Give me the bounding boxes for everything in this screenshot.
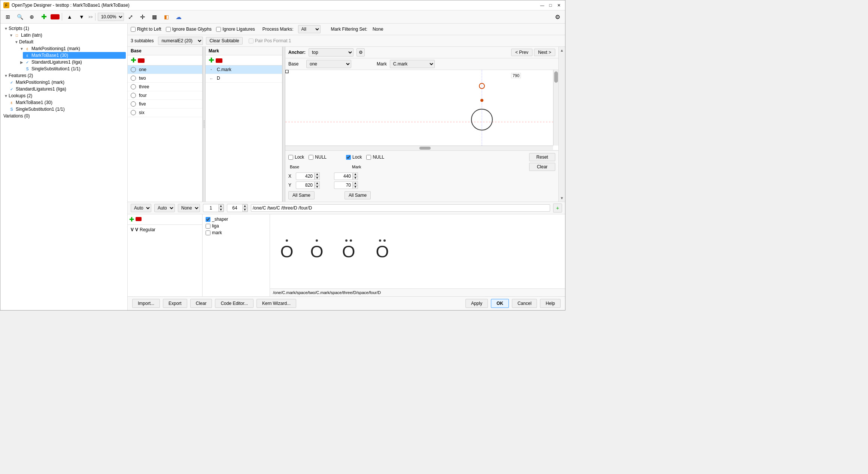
- mark-anchor-select[interactable]: C.mark: [390, 60, 435, 68]
- mark-y-input[interactable]: [334, 181, 353, 189]
- help-button[interactable]: Help: [540, 299, 561, 308]
- base-add-button[interactable]: ✚: [131, 57, 136, 64]
- sidebar-item-lookup-sub[interactable]: S SingleSubstitution1 (1/1): [7, 106, 126, 113]
- feature-mark-checkbox[interactable]: [206, 230, 210, 235]
- mark-x-up[interactable]: ▲: [353, 172, 358, 176]
- font-add-button[interactable]: ✚: [129, 216, 134, 223]
- pair-pos-option[interactable]: Pair Pos Format 1: [249, 38, 291, 43]
- base-list-item[interactable]: six: [128, 108, 202, 117]
- font-remove-button[interactable]: [136, 217, 142, 221]
- base-list-item[interactable]: three: [128, 83, 202, 91]
- sidebar-item-feature-mark[interactable]: ✓ MarkPositioning1 (mark): [7, 79, 126, 86]
- minimize-button[interactable]: —: [539, 2, 546, 9]
- nav-down-arrow[interactable]: ▼: [559, 195, 565, 202]
- anchor-gear-button[interactable]: ⚙: [356, 48, 365, 56]
- right-to-left-checkbox[interactable]: [131, 27, 136, 32]
- ignore-ligatures-option[interactable]: Ignore Ligatures: [216, 27, 255, 32]
- feature-mark-item[interactable]: mark: [204, 229, 268, 236]
- ignore-base-glyphs-checkbox[interactable]: [166, 27, 171, 32]
- subtable-select[interactable]: numeralE2 (20): [158, 37, 203, 45]
- sidebar-item-default[interactable]: ▼ Default: [12, 39, 126, 45]
- arrow-down-button[interactable]: ▼: [76, 12, 87, 22]
- base-list-item[interactable]: five: [128, 100, 202, 108]
- mark-null-checkbox[interactable]: [366, 155, 371, 160]
- ok-button[interactable]: OK: [491, 299, 509, 308]
- prev-button[interactable]: < Prev: [511, 49, 532, 56]
- right-to-left-option[interactable]: Right to Left: [131, 27, 161, 32]
- mark-x-spinner[interactable]: ▲ ▼: [353, 172, 358, 180]
- clear-subtable-button[interactable]: Clear Subtable: [206, 37, 242, 45]
- expand-default-toggle[interactable]: ▼: [14, 40, 19, 44]
- count-2-up[interactable]: ▲: [242, 204, 248, 208]
- expand-features-toggle[interactable]: ▼: [3, 74, 9, 78]
- binoculars-icon[interactable]: ⊕: [27, 12, 37, 22]
- arrow-up-button[interactable]: ▲: [64, 12, 75, 22]
- base-anchor-select[interactable]: one: [306, 60, 351, 68]
- count-2-input[interactable]: [227, 205, 242, 211]
- sidebar-item-standard-ligatures[interactable]: ▶ ✓ StandardLigatures1 (liga): [18, 59, 126, 65]
- base-x-spinner[interactable]: ▲ ▼: [315, 172, 320, 180]
- anchor-select[interactable]: top: [309, 48, 353, 56]
- horizontal-scrollbar[interactable]: [285, 146, 553, 150]
- base-remove-button[interactable]: [138, 58, 145, 63]
- expand-liga-toggle[interactable]: ▶: [19, 60, 24, 64]
- count-1-input[interactable]: [203, 205, 218, 211]
- square-orange-icon[interactable]: ◧: [161, 12, 172, 22]
- sidebar-item-mark-to-base[interactable]: ε MarkToBase1 (30): [23, 52, 126, 59]
- base-x-up[interactable]: ▲: [315, 172, 320, 176]
- nav-up-arrow[interactable]: ▲: [559, 47, 565, 54]
- expand-scripts-toggle[interactable]: ▼: [3, 27, 9, 31]
- process-marks-select[interactable]: All: [298, 25, 321, 33]
- base-list-item[interactable]: two: [128, 74, 202, 83]
- sidebar-item-latin[interactable]: ▼ □ Latin (latn): [7, 32, 126, 39]
- vertical-scrollbar[interactable]: [553, 70, 558, 146]
- search-icon[interactable]: 🔍: [15, 12, 25, 22]
- mark-all-same-button[interactable]: All Same: [345, 191, 371, 199]
- close-button[interactable]: ✕: [555, 2, 562, 9]
- ignore-base-glyphs-option[interactable]: Ignore Base Glyphs: [166, 27, 212, 32]
- base-y-down[interactable]: ▼: [315, 185, 320, 189]
- mark-x-input[interactable]: [334, 172, 353, 180]
- mark-lock-checkbox[interactable]: [346, 155, 351, 160]
- base-all-same-button[interactable]: All Same: [288, 191, 315, 199]
- ignore-ligatures-checkbox[interactable]: [216, 27, 221, 32]
- base-lock-checkbox[interactable]: [288, 155, 293, 160]
- sidebar-item-single-substitution[interactable]: S SingleSubstitution1 (1/1): [23, 65, 126, 72]
- apply-button[interactable]: Apply: [465, 299, 488, 308]
- auto-select-2[interactable]: Auto: [154, 204, 175, 212]
- base-list-item[interactable]: one: [128, 65, 202, 74]
- sidebar-item-features[interactable]: ▼ Features (2): [2, 72, 126, 79]
- feature-shaper-item[interactable]: _shaper: [204, 216, 268, 223]
- font-list-item[interactable]: V V Regular: [129, 226, 201, 233]
- mark-y-spinner[interactable]: ▲ ▼: [353, 181, 358, 189]
- base-x-down[interactable]: ▼: [315, 176, 320, 180]
- sidebar-item-scripts[interactable]: ▼ Scripts (1): [2, 25, 126, 32]
- clear-small-button[interactable]: Clear: [529, 163, 555, 171]
- next-button[interactable]: Next >: [534, 49, 555, 56]
- count-1-up[interactable]: ▲: [218, 204, 224, 208]
- toolbar-more[interactable]: >>: [88, 15, 93, 19]
- table-icon[interactable]: ▦: [149, 12, 160, 22]
- none-select[interactable]: None: [178, 204, 200, 212]
- grid-icon[interactable]: ⊞: [3, 12, 13, 22]
- mark-list-item[interactable]: · C.mark: [206, 65, 282, 74]
- mark-y-up[interactable]: ▲: [353, 181, 358, 185]
- expand-latin-toggle[interactable]: ▼: [9, 33, 14, 37]
- pair-pos-checkbox[interactable]: [249, 39, 254, 43]
- cancel-button[interactable]: Cancel: [512, 299, 537, 308]
- base-y-input[interactable]: [296, 181, 315, 189]
- crosshair-icon[interactable]: ✛: [137, 12, 148, 22]
- maximize-button[interactable]: □: [547, 2, 554, 9]
- glyph-string-input[interactable]: [251, 204, 550, 212]
- mark-y-down[interactable]: ▼: [353, 185, 358, 189]
- sidebar-item-lookups[interactable]: ▼ Lookups (2): [2, 92, 126, 99]
- feature-shaper-checkbox[interactable]: [206, 217, 210, 222]
- panel-divider-1[interactable]: [203, 47, 206, 202]
- auto-select-1[interactable]: Auto: [131, 204, 151, 212]
- expand-lookups-toggle[interactable]: ▼: [3, 94, 9, 98]
- code-editor-button[interactable]: Code Editor...: [215, 299, 254, 308]
- feature-liga-item[interactable]: liga: [204, 223, 268, 229]
- mark-x-down[interactable]: ▼: [353, 176, 358, 180]
- add-row-button[interactable]: +: [553, 204, 562, 212]
- remove-red-button[interactable]: [51, 14, 60, 19]
